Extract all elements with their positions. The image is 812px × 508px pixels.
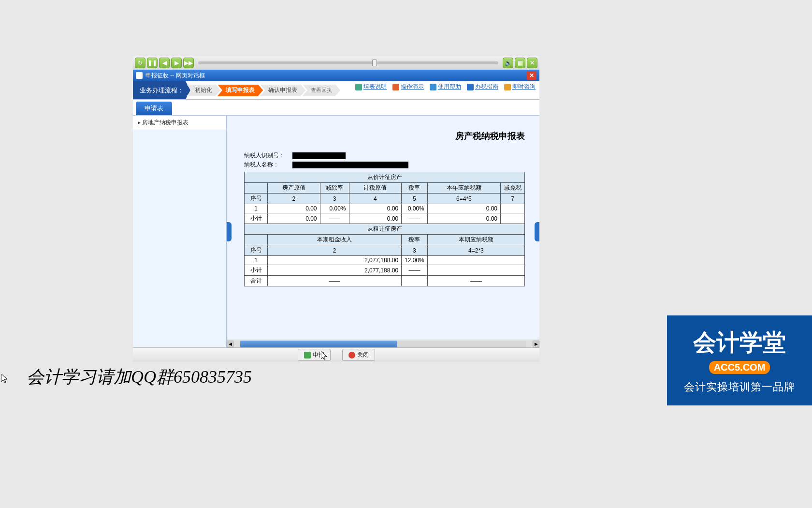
th: 本年应纳税额 bbox=[427, 183, 500, 194]
video-controls: ↻ ❚❚ ◀ ▶ ▶▶ 🔊 ▦ ✕ bbox=[133, 56, 539, 70]
section1-header: 从价计征房产 bbox=[245, 172, 525, 183]
table-header-row: 房产原值 减除率 计税原值 税率 本年应纳税额 减免税 bbox=[245, 183, 525, 194]
wf-step-confirm[interactable]: 确认申报表 bbox=[260, 85, 305, 96]
scroll-thumb[interactable] bbox=[240, 341, 397, 347]
td[interactable]: 0.00% bbox=[320, 204, 349, 213]
main-pane: 房产税纳税申报表 纳税人识别号： 纳税人名称： 从价计征房产 房产原值 减除率 … bbox=[227, 116, 539, 347]
table-formula-row: 序号 2 3 4=2*3 bbox=[245, 245, 525, 256]
screenshot-icon[interactable]: ▦ bbox=[515, 58, 525, 68]
th: 房产原值 bbox=[268, 183, 320, 194]
td: 2,077,188.00 bbox=[268, 265, 402, 276]
next-icon[interactable]: ▶▶ bbox=[183, 58, 194, 68]
form-title: 房产税纳税申报表 bbox=[244, 130, 525, 142]
td bbox=[402, 276, 428, 286]
td[interactable]: 2,077,188.00 bbox=[268, 256, 402, 265]
table-formula-row: 序号 2 3 4 5 6=4*5 7 bbox=[245, 194, 525, 204]
progress-slider[interactable] bbox=[198, 61, 498, 64]
td: —— bbox=[402, 265, 428, 276]
th: 2 bbox=[268, 194, 320, 204]
th: 减除率 bbox=[320, 183, 349, 194]
scroll-track[interactable] bbox=[240, 341, 526, 347]
td[interactable]: 12.00% bbox=[402, 256, 428, 265]
doc-icon bbox=[355, 84, 362, 90]
td[interactable]: 0.00 bbox=[349, 204, 402, 213]
table-row: 1 2,077,188.00 12.00% bbox=[245, 256, 525, 265]
cursor-icon bbox=[1, 374, 8, 384]
th: 5 bbox=[402, 194, 428, 204]
table-row: 小计 2,077,188.00 —— bbox=[245, 265, 525, 276]
table-ad-valorem: 从价计征房产 房产原值 减除率 计税原值 税率 本年应纳税额 减免税 序号 2 … bbox=[244, 172, 525, 286]
td[interactable]: 0.00 bbox=[427, 204, 500, 213]
close-button[interactable]: 关闭 bbox=[342, 349, 375, 361]
sidebar: ▸ 房地产纳税申报表 bbox=[133, 116, 227, 347]
link-label: 使用帮助 bbox=[438, 83, 461, 91]
close-player-icon[interactable]: ✕ bbox=[527, 58, 537, 68]
taxpayer-id-value bbox=[292, 152, 346, 159]
table-row: 小计 0.00 —— 0.00 —— 0.00 bbox=[245, 213, 525, 224]
link-label: 填表说明 bbox=[363, 83, 387, 91]
brand-name: 会计学堂 bbox=[693, 327, 786, 358]
th: 本期应纳税额 bbox=[427, 235, 524, 245]
dialog-title-text: 申报征收 -- 网页对话框 bbox=[145, 72, 205, 80]
taxpayer-name-value bbox=[292, 162, 408, 168]
reload-icon[interactable]: ↻ bbox=[135, 58, 145, 68]
prev-icon[interactable]: ◀ bbox=[159, 58, 170, 68]
collapse-left-icon[interactable] bbox=[227, 222, 232, 241]
td: 0.00 bbox=[349, 213, 402, 224]
brand-watermark: 会计学堂 ACC5.COM 会计实操培训第一品牌 bbox=[667, 315, 812, 405]
scroll-left-icon[interactable]: ◀ bbox=[227, 341, 233, 347]
td: 1 bbox=[245, 256, 268, 265]
link-guide[interactable]: 办税指南 bbox=[467, 83, 498, 91]
brand-tagline: 会计实操培训第一品牌 bbox=[684, 380, 795, 394]
play-icon[interactable]: ▶ bbox=[171, 58, 182, 68]
wf-step-review[interactable]: 查看回执 bbox=[303, 85, 340, 96]
submit-button[interactable]: 申报 bbox=[298, 349, 331, 361]
bottom-bar: 申报 关闭 bbox=[133, 347, 539, 362]
collapse-right-icon[interactable] bbox=[535, 222, 539, 241]
footer-promo-text: 会计学习请加QQ群650835735 bbox=[27, 365, 252, 389]
wf-step-fill[interactable]: 填写申报表 bbox=[218, 85, 263, 96]
link-consult[interactable]: 即时咨询 bbox=[504, 83, 536, 91]
td bbox=[427, 265, 524, 276]
link-demo[interactable]: 操作演示 bbox=[392, 83, 424, 91]
th: 序号 bbox=[245, 245, 268, 256]
sidebar-item-property-tax[interactable]: ▸ 房地产纳税申报表 bbox=[133, 116, 226, 130]
link-instructions[interactable]: 填表说明 bbox=[355, 83, 387, 91]
section2-header: 从租计征房产 bbox=[245, 224, 525, 235]
td[interactable] bbox=[501, 204, 525, 213]
app-window: ↻ ❚❚ ◀ ▶ ▶▶ 🔊 ▦ ✕ 申报征收 -- 网页对话框 ✕ 业务办理流程… bbox=[133, 56, 539, 362]
th bbox=[245, 235, 268, 245]
slider-thumb[interactable] bbox=[372, 60, 377, 66]
th: 税率 bbox=[402, 235, 428, 245]
pause-icon[interactable]: ❚❚ bbox=[147, 58, 158, 68]
th bbox=[245, 183, 268, 194]
content-area: ▸ 房地产纳税申报表 房产税纳税申报表 纳税人识别号： 纳税人名称： 从价计征房… bbox=[133, 115, 539, 347]
td bbox=[501, 213, 525, 224]
close-icon[interactable]: ✕ bbox=[527, 71, 536, 80]
horizontal-scrollbar[interactable]: ◀ ▶ bbox=[227, 340, 539, 347]
wf-step-init[interactable]: 初始化 bbox=[187, 85, 220, 96]
workflow-links: 填表说明 操作演示 使用帮助 办税指南 即时咨询 bbox=[355, 83, 536, 91]
td: —— bbox=[268, 276, 402, 286]
th: 7 bbox=[501, 194, 525, 204]
td[interactable]: 0.00 bbox=[268, 204, 320, 213]
th: 3 bbox=[320, 194, 349, 204]
td[interactable]: 0.00% bbox=[402, 204, 428, 213]
scroll-right-icon[interactable]: ▶ bbox=[533, 341, 539, 347]
tab-application[interactable]: 申请表 bbox=[136, 102, 172, 115]
link-label: 即时咨询 bbox=[512, 83, 536, 91]
dialog-icon bbox=[136, 72, 143, 79]
dialog-titlebar: 申报征收 -- 网页对话框 ✕ bbox=[133, 70, 539, 81]
link-label: 操作演示 bbox=[401, 83, 424, 91]
sidebar-item-label: 房地产纳税申报表 bbox=[142, 119, 188, 126]
link-help[interactable]: 使用帮助 bbox=[430, 83, 461, 91]
workflow-bar: 业务办理流程： 初始化 填写申报表 确认申报表 查看回执 填表说明 操作演示 使… bbox=[133, 81, 539, 100]
td[interactable] bbox=[427, 256, 524, 265]
td: 0.00 bbox=[268, 213, 320, 224]
td: 小计 bbox=[245, 265, 268, 276]
brand-domain: ACC5.COM bbox=[709, 361, 770, 374]
volume-icon[interactable]: 🔊 bbox=[503, 58, 513, 68]
th: 计税原值 bbox=[349, 183, 402, 194]
th: 3 bbox=[402, 245, 428, 256]
taxpayer-name-row: 纳税人名称： bbox=[244, 161, 525, 169]
